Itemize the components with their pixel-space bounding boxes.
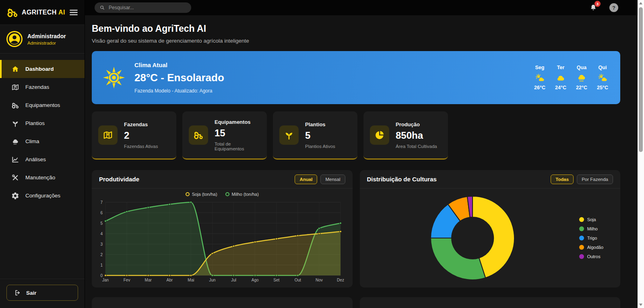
sidebar-item-label: Dashboard <box>25 66 54 72</box>
productivity-button-anual[interactable]: Anual <box>295 175 317 184</box>
search-input[interactable] <box>109 5 186 10</box>
data-point <box>340 230 342 232</box>
y-tick-label: 6 <box>100 211 103 215</box>
pie-icon <box>370 125 389 145</box>
stat-value: 15 <box>215 127 260 139</box>
sun-cloud-icon <box>597 73 608 83</box>
x-tick-label: Out <box>295 278 301 282</box>
legend-dot-icon <box>579 217 584 222</box>
forecast-temp: 25°C <box>597 85 608 90</box>
forecast-day-label: Qui <box>599 65 607 70</box>
sidebar-item-plantios[interactable]: Plantios <box>0 114 85 132</box>
legend-dot-icon <box>579 226 584 231</box>
x-tick-label: Mai <box>188 278 194 282</box>
scroll-down-arrow[interactable] <box>638 302 644 308</box>
data-point <box>211 253 213 255</box>
donut-legend-item[interactable]: Algodão <box>579 245 603 250</box>
legend-label: Algodão <box>587 245 603 250</box>
sidebar-item-equipamentos[interactable]: Equipamentos <box>0 96 85 114</box>
weather-card: Clima Atual 28°C - Ensolarado Fazenda Mo… <box>92 51 620 104</box>
vertical-scrollbar[interactable] <box>638 0 644 308</box>
notifications-bell-icon[interactable]: 3 <box>589 4 597 12</box>
data-point <box>318 233 320 235</box>
tractor-logo-icon <box>6 6 19 18</box>
donut-slice-milho[interactable] <box>431 238 485 280</box>
topbar-actions: 3 ? <box>589 3 618 12</box>
sidebar-item-configuracoes[interactable]: Configurações <box>0 187 85 205</box>
y-tick-label: 5 <box>100 221 103 226</box>
cultures-button-porfazenda[interactable]: Por Fazenda <box>577 175 613 184</box>
sidebar-item-clima[interactable]: Clima <box>0 132 85 150</box>
main-area: 3 ? Bem-vindo ao AgriTech AI Visão geral… <box>85 0 638 308</box>
sidebar-item-fazendas[interactable]: Fazendas <box>0 78 85 96</box>
user-profile: Administrador Administrador <box>0 25 85 53</box>
legend-label: Outros <box>587 254 601 259</box>
sidebar-item-dashboard[interactable]: Dashboard <box>0 60 85 78</box>
data-point <box>147 275 149 277</box>
sidebar-item-analises[interactable]: Análises <box>0 150 85 168</box>
next-cards-row <box>92 297 620 308</box>
sidebar-footer: Sair <box>0 279 85 308</box>
x-tick-label: Jun <box>209 278 215 282</box>
sidebar-item-label: Fazendas <box>25 84 49 90</box>
tractor-icon <box>11 101 19 109</box>
data-point <box>105 275 107 277</box>
farm-map-icon <box>98 125 118 145</box>
data-point <box>340 222 342 224</box>
donut-legend-item[interactable]: Trigo <box>579 236 603 240</box>
tools-icon <box>11 174 19 182</box>
sidebar-item-manutencao[interactable]: Manutenção <box>0 168 85 187</box>
x-tick-label: Jan <box>102 278 109 282</box>
stat-subtitle: Plantios Ativos <box>305 144 335 149</box>
logout-icon <box>14 289 21 296</box>
sun-icon <box>102 66 126 89</box>
productivity-toggle: AnualMensal <box>295 175 345 184</box>
donut-legend-item[interactable]: Outros <box>579 254 603 259</box>
hamburger-menu-icon[interactable] <box>68 7 79 18</box>
donut-legend-item[interactable]: Milho <box>579 226 603 231</box>
stat-value: 5 <box>305 130 335 141</box>
logout-button[interactable]: Sair <box>6 285 78 301</box>
logout-label: Sair <box>26 290 37 296</box>
legend-dot-icon <box>579 245 584 250</box>
weather-meta: Fazenda Modelo - Atualizado: Agora <box>134 88 224 94</box>
line-chart: 01234567JanFevMarAbrMaiJunJulAgoSetOutNo… <box>95 198 345 284</box>
stat-title: Equipamentos <box>215 119 260 125</box>
stat-card-producao: Produção 850ha Área Total Cultivada <box>363 111 448 160</box>
data-point <box>190 275 192 277</box>
weather-current: 28°C - Ensolarado <box>134 72 224 84</box>
productivity-button-mensal[interactable]: Mensal <box>320 175 345 184</box>
scrollbar-thumb[interactable] <box>639 7 643 152</box>
y-tick-label: 7 <box>100 200 103 205</box>
scroll-up-arrow[interactable] <box>638 0 644 6</box>
search-bar[interactable] <box>95 2 191 13</box>
data-point <box>254 241 256 243</box>
data-point <box>105 220 107 222</box>
cultures-header: Distribuição de Culturas TodasPor Fazend… <box>360 170 621 189</box>
search-icon <box>99 5 105 10</box>
stat-card-fazendas: Fazendas 2 Fazendas Ativas <box>92 111 176 160</box>
page-subtitle: Visão geral do seu sistema de gerenciame… <box>92 38 620 44</box>
legend-label: Milho <box>587 226 598 231</box>
line-chart-legend: Soja (ton/ha) Milho (ton/ha) <box>92 192 353 197</box>
stat-subtitle: Área Total Cultivada <box>396 144 437 149</box>
legend-item[interactable]: Soja (ton/ha) <box>186 192 217 197</box>
cultures-button-todas[interactable]: Todas <box>551 175 574 184</box>
donut-legend: Soja Milho Trigo Algodão Outros <box>579 217 603 259</box>
stat-title: Fazendas <box>124 121 158 127</box>
legend-item[interactable]: Milho (ton/ha) <box>225 192 259 197</box>
productivity-chart-area: Soja (ton/ha) Milho (ton/ha) 01234567Jan… <box>92 189 353 287</box>
sidebar-item-label: Clima <box>25 138 39 144</box>
legend-ring-icon <box>225 192 229 196</box>
x-tick-label: Ago <box>252 278 259 282</box>
donut-legend-item[interactable]: Soja <box>579 217 603 222</box>
data-point <box>233 245 235 247</box>
help-icon[interactable]: ? <box>609 3 618 12</box>
stat-card-equipamentos: Equipamentos 15 Total de Equipamentos <box>182 111 267 160</box>
legend-label: Soja (ton/ha) <box>192 192 217 197</box>
forecast-temp: 24°C <box>555 85 566 90</box>
x-tick-label: Nov <box>316 278 323 282</box>
page-title: Bem-vindo ao AgriTech AI <box>92 23 620 34</box>
x-tick-label: Mar <box>145 278 152 282</box>
cloud-icon <box>555 73 566 83</box>
